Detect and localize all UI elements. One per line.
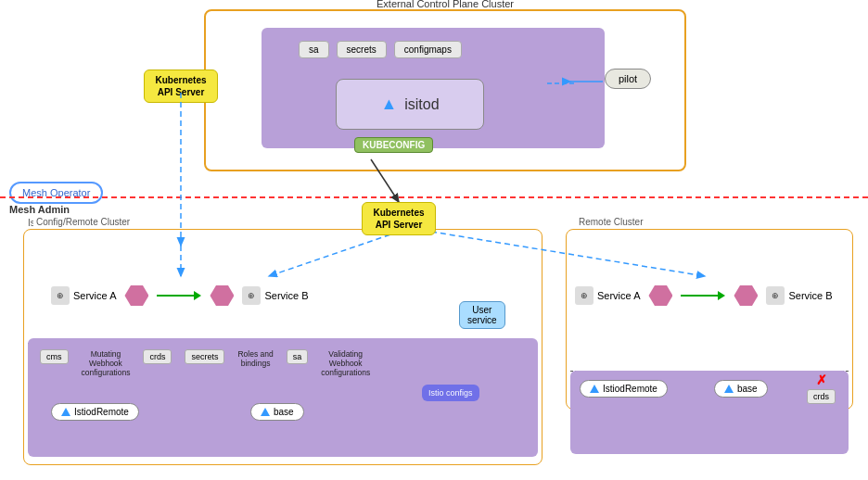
k8s-api-middle: Kubernetes API Server	[362, 202, 436, 235]
crds-tag: crds	[143, 349, 172, 364]
diagram-container: External Control Plane Cluster sa secret…	[0, 0, 868, 480]
base-config-pill: base	[250, 403, 304, 421]
k8s-api-mid-line1: Kubernetes	[373, 208, 424, 218]
crds-remote: ✗ crds	[807, 373, 836, 404]
hex-filled-remote-a	[647, 283, 673, 309]
remote-service-row: ⊕ Service A ⊕ Service B	[575, 283, 833, 309]
config-cluster-label: Config/Remote Cluster	[33, 217, 133, 227]
k8s-api-line1: Kubernetes	[155, 75, 206, 85]
config-service-b: ⊕ Service B	[242, 286, 308, 305]
mutating-col: MutatingWebhookconfigurations	[82, 349, 131, 378]
external-purple-box: sa secrets configmaps ▲ isitod KUBECONFI…	[262, 28, 605, 148]
base-remote-pill: base	[714, 380, 768, 398]
cms-tag: cms	[40, 349, 69, 364]
crds-remote-tag: crds	[807, 389, 836, 404]
configmaps-box: configmaps	[394, 41, 462, 58]
base-remote-label: base	[737, 384, 758, 394]
hex-outline-remote-b	[733, 283, 759, 309]
roles-label: Roles andbindings	[237, 349, 273, 368]
mesh-admin-label: Mesh Admin	[9, 204, 70, 215]
istiod-remote-remote-pill: IstiodRemote	[580, 380, 668, 398]
validating-label: ValidatingWebhookconfigurations	[321, 349, 370, 378]
istiod-remote-config-icon	[61, 408, 70, 416]
config-service-a-label: Service A	[73, 290, 116, 301]
isitod-label: isitod	[404, 96, 439, 113]
red-x-icon: ✗	[816, 373, 827, 387]
istiod-remote-config-label: IstiodRemote	[74, 407, 129, 417]
istiod-remote-remote-icon	[590, 385, 599, 393]
isitod-icon: ▲	[380, 95, 397, 114]
k8s-api-mid-line2: API Server	[376, 220, 423, 230]
external-cluster-box: External Control Plane Cluster sa secret…	[204, 9, 686, 171]
hex-outline-b	[209, 283, 235, 309]
user-service-box: User service	[459, 301, 505, 329]
pilot-box: pilot	[605, 69, 651, 89]
roles-col: Roles andbindings	[237, 349, 273, 368]
crds-col: crds	[143, 349, 172, 364]
user-service-line2: service	[467, 315, 497, 325]
green-arrow-remote	[681, 291, 725, 300]
config-service-b-label: Service B	[264, 290, 308, 301]
remote-cluster-label: Remote Cluster	[576, 217, 645, 227]
remote-service-a-icon: ⊕	[575, 286, 594, 305]
remote-service-a-label: Service A	[597, 290, 640, 301]
base-remote-icon	[724, 385, 734, 393]
cms-col: cms	[40, 349, 69, 364]
istio-configs-label: Istio configs	[428, 388, 473, 398]
green-arrow-config	[157, 291, 201, 300]
remote-service-b-icon: ⊕	[766, 286, 785, 305]
validating-col: ValidatingWebhookconfigurations	[321, 349, 370, 378]
remote-service-b-label: Service B	[788, 290, 832, 301]
config-service-a: ⊕ Service A	[51, 286, 116, 305]
mutating-label: MutatingWebhookconfigurations	[82, 349, 131, 378]
service-b-icon: ⊕	[242, 286, 261, 305]
secrets-col: secrets	[185, 349, 224, 364]
base-remote: base	[714, 380, 768, 398]
remote-service-a: ⊕ Service A	[575, 286, 640, 305]
isitod-box: ▲ isitod	[336, 79, 484, 130]
sa-col: sa	[287, 349, 309, 364]
external-cluster-label: External Control Plane Cluster	[373, 0, 517, 9]
istiod-remote-remote: IstiodRemote	[580, 380, 668, 398]
resource-boxes: sa secrets configmaps	[299, 41, 462, 58]
istiod-remote-remote-label: IstiodRemote	[603, 384, 657, 394]
config-service-row: ⊕ Service A ⊕ Service B	[51, 283, 309, 309]
service-a-icon: ⊕	[51, 286, 70, 305]
kubeconfig-box: KUBECONFIG	[354, 137, 433, 153]
user-service-line1: User	[472, 305, 491, 315]
mesh-operator-oval: Mesh Operator	[9, 182, 103, 204]
red-dotted-separator	[0, 196, 868, 198]
base-config-label: base	[274, 407, 294, 417]
sa-box: sa	[299, 41, 329, 58]
remote-service-b: ⊕ Service B	[766, 286, 832, 305]
k8s-api-external: Kubernetes API Server	[144, 69, 218, 103]
secrets-tag: secrets	[185, 349, 224, 364]
secrets-box: secrets	[337, 41, 387, 58]
hex-filled-a	[123, 283, 149, 309]
pilot-label: pilot	[619, 73, 637, 84]
base-config: base	[250, 403, 304, 421]
sa-tag: sa	[287, 349, 309, 364]
k8s-api-line2: API Server	[158, 87, 205, 97]
istiod-remote-config: IstiodRemote	[51, 403, 139, 421]
istio-configs-box: Istio configs	[422, 385, 479, 401]
base-config-icon	[261, 408, 270, 416]
istiod-remote-config-pill: IstiodRemote	[51, 403, 139, 421]
